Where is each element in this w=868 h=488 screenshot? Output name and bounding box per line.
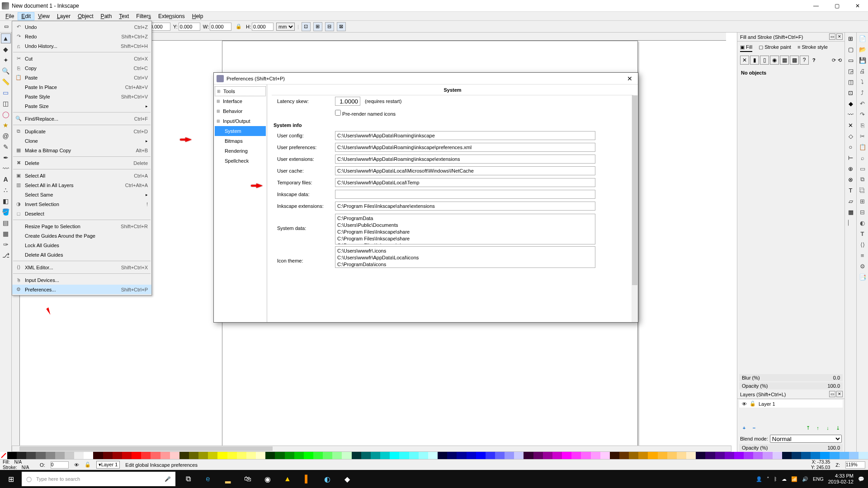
menu-object[interactable]: Object bbox=[74, 12, 97, 20]
docprops-icon[interactable]: 📑 bbox=[858, 272, 868, 282]
menu-select-same[interactable]: Select Same▸ bbox=[12, 190, 151, 199]
menu-delete[interactable]: ✖DeleteDelete bbox=[12, 158, 151, 168]
w-input[interactable] bbox=[210, 23, 231, 31]
snap-corner-icon[interactable]: ◲ bbox=[846, 66, 856, 76]
paint-toggle2-icon[interactable]: ⟲ bbox=[838, 57, 842, 63]
palette-swatch[interactable] bbox=[26, 452, 36, 459]
prefs-close-button[interactable]: ✕ bbox=[624, 74, 635, 83]
menu-bitmap-copy[interactable]: ▦Make a Bitmap CopyAlt+B bbox=[12, 145, 151, 155]
tray-volume-icon[interactable]: 🔊 bbox=[802, 476, 808, 482]
palette-swatch[interactable] bbox=[65, 452, 74, 459]
affect-gradient-btn[interactable]: ⊠ bbox=[337, 22, 346, 31]
color-palette[interactable] bbox=[0, 452, 868, 459]
palette-swatch[interactable] bbox=[198, 452, 208, 459]
select-all-btn[interactable]: ▭ bbox=[2, 22, 11, 31]
bezier-tool[interactable]: ✒ bbox=[1, 153, 11, 163]
palette-swatch[interactable] bbox=[122, 452, 132, 459]
menu-create-guides[interactable]: Create Guides Around the Page bbox=[12, 231, 151, 240]
palette-swatch[interactable] bbox=[447, 452, 457, 459]
palette-swatch[interactable] bbox=[93, 452, 103, 459]
menu-select-all[interactable]: ▣Select AllCtrl+A bbox=[12, 171, 151, 180]
palette-swatch[interactable] bbox=[782, 452, 792, 459]
tab-fill[interactable]: ▣ Fill bbox=[740, 43, 752, 52]
undo-icon[interactable]: ↶ bbox=[858, 99, 868, 108]
star-tool[interactable]: ★ bbox=[1, 120, 11, 130]
palette-swatch[interactable] bbox=[141, 452, 151, 459]
palette-swatch[interactable] bbox=[332, 452, 342, 459]
tree-io[interactable]: ⊞Input/Output bbox=[215, 116, 266, 126]
palette-swatch[interactable] bbox=[686, 452, 696, 459]
zoom-tool[interactable]: 🔍 bbox=[1, 66, 11, 76]
menu-cut[interactable]: ✂CutCtrl+X bbox=[12, 54, 151, 63]
palette-swatch[interactable] bbox=[285, 452, 294, 459]
layers-minimize-icon[interactable]: ▭ bbox=[829, 391, 835, 397]
spray-tool[interactable]: ∴ bbox=[1, 185, 11, 195]
palette-swatch[interactable] bbox=[457, 452, 466, 459]
palette-swatch[interactable] bbox=[859, 452, 868, 459]
rect-tool[interactable]: ▭ bbox=[1, 88, 11, 98]
prefs-scrollbar[interactable] bbox=[632, 95, 638, 322]
menu-paste-in-place[interactable]: Paste In PlaceCtrl+Alt+V bbox=[12, 82, 151, 92]
palette-swatch[interactable] bbox=[170, 452, 179, 459]
paint-toggle1-icon[interactable]: ⟳ bbox=[832, 57, 836, 63]
chrome-icon[interactable]: ◉ bbox=[259, 470, 277, 488]
menu-paste[interactable]: 📋PasteCtrl+V bbox=[12, 73, 151, 82]
h-input[interactable] bbox=[252, 23, 274, 31]
snap-node-icon[interactable]: ◆ bbox=[846, 99, 856, 108]
menu-text[interactable]: Text bbox=[115, 12, 132, 20]
maximize-button[interactable]: ▢ bbox=[826, 0, 847, 12]
palette-swatch[interactable] bbox=[36, 452, 45, 459]
edge-icon[interactable]: e bbox=[199, 470, 217, 488]
palette-swatch[interactable] bbox=[113, 452, 122, 459]
palette-swatch[interactable] bbox=[304, 452, 313, 459]
group-icon[interactable]: ⊞ bbox=[858, 196, 868, 206]
taskbar-search[interactable]: ◯ Type here to search 🎤 bbox=[22, 472, 175, 486]
palette-swatch[interactable] bbox=[514, 452, 524, 459]
app3-icon[interactable]: ◐ bbox=[318, 470, 336, 488]
selector-tool[interactable]: ▲ bbox=[1, 33, 11, 43]
palette-nofill[interactable] bbox=[0, 452, 7, 459]
menu-lock-guides[interactable]: Lock All Guides bbox=[12, 240, 151, 250]
palette-swatch[interactable] bbox=[744, 452, 753, 459]
menu-find-replace[interactable]: 🔍Find/Replace...Ctrl+F bbox=[12, 114, 151, 123]
snap-enable-icon[interactable]: ⊞ bbox=[846, 33, 856, 43]
tree-interface[interactable]: ⊞Interface bbox=[215, 96, 266, 106]
palette-swatch[interactable] bbox=[840, 452, 849, 459]
palette-swatch[interactable] bbox=[562, 452, 571, 459]
new-doc-icon[interactable]: 📄 bbox=[858, 33, 868, 43]
palette-swatch[interactable] bbox=[352, 452, 361, 459]
palette-swatch[interactable] bbox=[428, 452, 438, 459]
palette-swatch[interactable] bbox=[265, 452, 275, 459]
snap-object-mid-icon[interactable]: ⊕ bbox=[846, 164, 856, 174]
palette-swatch[interactable] bbox=[763, 452, 772, 459]
palette-swatch[interactable] bbox=[486, 452, 495, 459]
palette-swatch[interactable] bbox=[409, 452, 419, 459]
snap-intersect-icon[interactable]: ✕ bbox=[846, 120, 856, 130]
save-doc-icon[interactable]: 💾 bbox=[858, 55, 868, 65]
snap-guide-icon[interactable]: ⎸ bbox=[846, 218, 856, 228]
palette-swatch[interactable] bbox=[74, 452, 84, 459]
menu-path[interactable]: Path bbox=[97, 12, 116, 20]
sysdata-listbox[interactable]: C:\ProgramData C:\Users\Public\Documents… bbox=[335, 214, 595, 244]
palette-swatch[interactable] bbox=[7, 452, 17, 459]
palette-swatch[interactable] bbox=[179, 452, 189, 459]
layer-opacity-value[interactable]: 100.0 bbox=[827, 445, 840, 450]
align-icon[interactable]: ≡ bbox=[858, 250, 868, 260]
tempfiles-input[interactable] bbox=[335, 178, 595, 187]
tray-clock[interactable]: 4:33 PM 2019-02-12 bbox=[828, 473, 854, 485]
palette-swatch[interactable] bbox=[237, 452, 246, 459]
palette-swatch[interactable] bbox=[189, 452, 198, 459]
menu-paste-style[interactable]: Paste StyleShift+Ctrl+V bbox=[12, 92, 151, 101]
cut-icon[interactable]: ✂ bbox=[858, 131, 868, 141]
palette-swatch[interactable] bbox=[753, 452, 763, 459]
palette-swatch[interactable] bbox=[677, 452, 686, 459]
palette-swatch[interactable] bbox=[715, 452, 725, 459]
palette-swatch[interactable] bbox=[371, 452, 380, 459]
start-button[interactable]: ⊞ bbox=[0, 470, 22, 488]
menu-preferences[interactable]: ⚙Preferences...Shift+Ctrl+P bbox=[12, 285, 151, 294]
dock-minimize-icon[interactable]: ▭ bbox=[829, 33, 835, 40]
menu-filters[interactable]: Filters bbox=[132, 12, 155, 20]
palette-swatch[interactable] bbox=[17, 452, 26, 459]
icontheme-listbox[interactable]: C:\Users\wwwfr\.icons C:\Users\wwwfr\App… bbox=[335, 246, 595, 268]
palette-swatch[interactable] bbox=[667, 452, 677, 459]
